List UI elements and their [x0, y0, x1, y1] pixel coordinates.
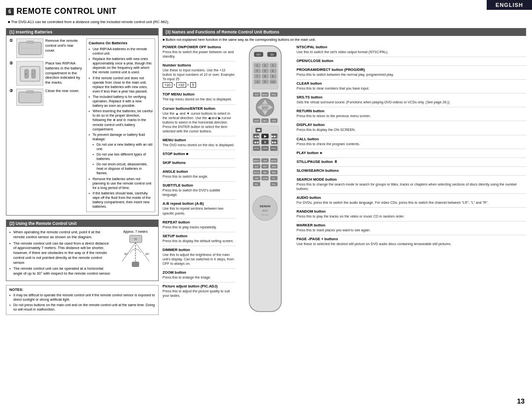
step-2-text: Place two R6P/AA batteries in the batter… — [45, 61, 83, 85]
btn-skip: SKIP buttons — [163, 158, 235, 165]
caution-item: Use R6P/AA batteries in the remote contr… — [89, 47, 153, 56]
btn-subtitle-desc: Press this to switch the DVD's subtitle … — [163, 188, 235, 197]
desc-open-name: OPEN/CLOSE button — [297, 59, 526, 63]
desc-search-mode-text: Press this to change the search mode to … — [297, 182, 526, 191]
step-1: ① Remove the rem — [9, 38, 83, 58]
btn-cursor-name: Cursor buttons/ENTER button — [163, 106, 235, 111]
svg-rect-9 — [27, 91, 33, 93]
battery-step3-image — [16, 89, 43, 106]
angle-diagram: TV 30° — [117, 234, 154, 269]
btn-ab-desc: Use this to repeat sections between two … — [163, 206, 235, 215]
step-1-content: Remove the remote control unit's rear co… — [16, 38, 83, 58]
svg-line-13 — [135, 243, 149, 261]
btn-repeat-desc: Press this to play tracks repeatedly. — [163, 225, 235, 229]
svg-text:|◀◀: |◀◀ — [253, 135, 259, 138]
using-remote-bullet: When operating the remote control unit, … — [9, 230, 113, 240]
btn-setup: SETUP button Press this to display the d… — [163, 232, 235, 243]
caution-item: The included battery is for verifying op… — [89, 95, 153, 108]
desc-srs: SRS.TS button Sets the virtual surround … — [297, 93, 526, 104]
btn-repeat-name: REPEAT button — [163, 220, 235, 224]
page-number: 13 — [517, 397, 525, 405]
btn-dimmer: DIMMER button Use this to adjust the bri… — [163, 246, 235, 266]
btn-stop-name: STOP button ■ — [163, 152, 235, 156]
svg-text:ANGLE: ANGLE — [254, 160, 260, 162]
btn-cursor-desc: Use the ▲ and ▼ cursor buttons to select… — [163, 111, 235, 133]
desc-play-name: PLAY button ► — [297, 151, 526, 155]
btn-stop: STOP button ■ — [163, 150, 235, 156]
desc-pause-name: STILL/PAUSE button ⏸ — [297, 159, 526, 164]
svg-text:0: 0 — [265, 80, 266, 83]
desc-pause: STILL/PAUSE button ⏸ — [297, 158, 526, 164]
svg-rect-15 — [132, 262, 139, 267]
desc-page: PAGE -/PAGE + buttons Use these to selec… — [297, 235, 526, 246]
remote-diagram: Approx. 7 meters TV — [116, 230, 155, 278]
left-column: (1) Inserting Batteries ① — [6, 28, 159, 325]
desc-marker-text: Press this to mark places you want to se… — [297, 228, 526, 232]
step-1-num: ① — [9, 38, 14, 43]
btn-power-desc: Press this to switch the power between o… — [163, 50, 235, 59]
desc-search-mode-name: SEARCH MODE button — [297, 177, 526, 182]
svg-text:30°: 30° — [145, 252, 150, 255]
desc-marker-name: MARKER button — [297, 223, 526, 227]
desc-srs-name: SRS.TS button — [297, 95, 526, 99]
page-title: REMOTE CONTROL UNIT — [17, 7, 117, 16]
svg-rect-8 — [19, 92, 41, 103]
svg-text:ZOOM: ZOOM — [263, 178, 268, 180]
svg-text:-: - — [32, 72, 33, 75]
svg-text:OFF: OFF — [257, 54, 261, 56]
btn-dimmer-name: DIMMER button — [163, 248, 235, 252]
svg-text:◀◀: ◀◀ — [254, 141, 259, 144]
caution-item: If the remote control unit does not oper… — [89, 76, 153, 94]
desc-audio-text: For DVDs, press this to switch the audio… — [297, 200, 526, 205]
notes-title: NOTES: — [9, 287, 155, 292]
svg-text:2: 2 — [265, 64, 266, 67]
btn-number: Number buttons Use these to input number… — [163, 61, 235, 88]
step-2-num: ② — [9, 61, 14, 65]
svg-text:8: 8 — [265, 75, 266, 78]
svg-text:RND: RND — [264, 172, 267, 174]
using-remote-bullets: When operating the remote control unit, … — [9, 230, 113, 276]
svg-text:DVD: DVD — [263, 209, 268, 212]
svg-text:5: 5 — [265, 69, 266, 72]
inserting-batteries-section: (1) Inserting Batteries ① — [6, 28, 159, 216]
note-item: Do not press buttons on the main unit an… — [9, 303, 155, 312]
number-example: +10 + +10 + 5 — [163, 82, 235, 88]
desc-display-text: Press this to display the ON-SCREEN. — [297, 127, 526, 132]
svg-text:TV: TV — [133, 238, 137, 241]
svg-rect-1 — [27, 41, 33, 43]
batteries-layout: ① Remove the rem — [9, 38, 155, 212]
btn-top-menu-desc: The top menu stored on the disc is displ… — [163, 97, 235, 101]
svg-text:PG+: PG+ — [272, 183, 276, 186]
desc-call-text: Press this to check the program contents… — [297, 142, 526, 146]
caution-item: Remove the batteries when not planning t… — [89, 177, 153, 190]
desc-clear-text: Press this to clear numbers that you hav… — [297, 86, 526, 91]
btn-power: POWER ON/POWER OFF buttons Press this to… — [163, 43, 235, 59]
btn-picadj: Picture adjust button (PIC.ADJ) Press th… — [163, 282, 235, 298]
svg-text:+: + — [25, 72, 27, 75]
svg-text:A-B: A-B — [255, 166, 259, 168]
svg-text:9: 9 — [272, 75, 274, 78]
desc-ntsc-text: Use this to switch the set's video outpu… — [297, 50, 526, 54]
desc-ntsc-name: NTSC/PAL button — [297, 45, 526, 49]
approx-label: Approx. 7 meters — [123, 230, 148, 233]
btn-angle: ANGLE button Press this to switch the an… — [163, 167, 235, 179]
step-3-text: Close the rear cover. — [45, 89, 79, 94]
desc-display: DISPLAY button Press this to display the… — [297, 121, 526, 132]
step-3-content: Close the rear cover. — [16, 89, 79, 106]
svg-text:SRCH: SRCH — [272, 166, 276, 168]
desc-marker: MARKER button Press this to mark places … — [297, 221, 526, 232]
svg-text:ON: ON — [270, 54, 274, 56]
using-remote-text: When operating the remote control unit, … — [9, 230, 113, 278]
svg-rect-0 — [19, 42, 41, 55]
battery-step2-image: + - — [16, 61, 43, 86]
svg-text:4: 4 — [257, 69, 258, 72]
btn-subtitle-name: SUBTITLE button — [163, 183, 235, 188]
svg-text:AUDIO: AUDIO — [271, 160, 276, 162]
svg-text:NTSC: NTSC — [254, 147, 260, 150]
svg-text:MENU: MENU — [262, 94, 268, 96]
cautions-box: Cautions On Batteries Use R6P/AA batteri… — [86, 38, 155, 212]
svg-text:PIC: PIC — [272, 178, 275, 180]
svg-text:OPEN: OPEN — [263, 148, 267, 150]
notes-list: It may be difficult to operate the remot… — [9, 293, 155, 312]
btn-number-desc: Use these to input numbers. Use the +10 … — [163, 68, 235, 81]
